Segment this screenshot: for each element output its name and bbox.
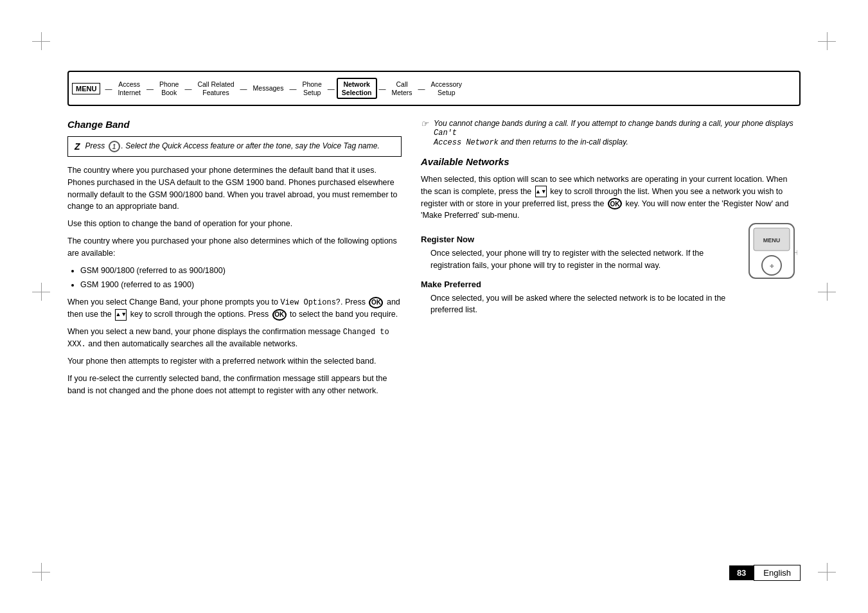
available-networks-intro: When selected, this option will scan to …: [421, 173, 801, 222]
nav-arrow-6: —: [328, 85, 335, 93]
right-column: ☞ You cannot change bands during a call.…: [421, 119, 801, 542]
svg-text:MENU: MENU: [763, 237, 781, 244]
nav-item-access-internet[interactable]: AccessInternet: [114, 79, 145, 98]
page-number: 83: [729, 565, 754, 580]
bullet-1: GSM 900/1800 (referred to as 900/1800): [80, 264, 402, 277]
band-options-list: GSM 900/1800 (referred to as 900/1800) G…: [80, 264, 402, 291]
available-networks-title: Available Networks: [421, 156, 801, 167]
nav-item-call-meters[interactable]: CallMeters: [388, 79, 416, 98]
nav-arrow-3: —: [184, 85, 191, 93]
crosshair-bottom-left: [32, 563, 50, 581]
warning-note: ☞ You cannot change bands during a call.…: [421, 119, 801, 147]
nav-item-phone-setup[interactable]: PhoneSetup: [298, 79, 325, 98]
mono-2: Changed to XXX.: [67, 328, 389, 349]
nav-arrow-8: —: [418, 85, 425, 93]
register-now-title: Register Now: [421, 235, 733, 244]
main-content: Change Band Z Press 1. Select the Quick …: [67, 119, 801, 542]
scroll-key-1: ▲▼: [115, 309, 127, 321]
nav-item-messages[interactable]: Messages: [249, 83, 288, 94]
para-3: The country where you purchased your pho…: [67, 235, 402, 260]
crosshair-top-left: [32, 32, 50, 50]
nav-arrow-1: —: [105, 85, 112, 93]
crosshair-bottom-right: [818, 563, 836, 581]
nav-bar: MENU — AccessInternet — PhoneBook — Call…: [67, 71, 801, 106]
cant-access-mono: Can'tAccess Network: [434, 129, 499, 147]
para-5: When you select a new band, your phone d…: [67, 326, 402, 350]
nav-item-phone-book[interactable]: PhoneBook: [155, 79, 182, 98]
bullet-2: GSM 1900 (referred to as 1900): [80, 278, 402, 291]
left-column: Change Band Z Press 1. Select the Quick …: [67, 119, 402, 542]
phone-button-illustration: MENU ✛: [746, 220, 801, 315]
crosshair-mid-left: [32, 283, 50, 301]
language-label: English: [754, 565, 801, 581]
scroll-key-2: ▲▼: [535, 186, 547, 197]
crosshair-top-right: [818, 32, 836, 50]
para-6: Your phone then attempts to register wit…: [67, 355, 402, 368]
para-2: Use this option to change the band of op…: [67, 218, 402, 230]
nav-arrow-5: —: [289, 85, 296, 93]
press-number-icon: 1: [109, 141, 120, 152]
nav-arrow-4: —: [240, 85, 247, 93]
register-now-text: Once selected, your phone will try to re…: [430, 247, 733, 272]
nav-item-call-related[interactable]: Call RelatedFeatures: [193, 79, 238, 98]
mono-1: View Options?: [280, 298, 341, 307]
ok-btn-3: OK: [608, 198, 622, 209]
menu-label: MENU: [72, 83, 100, 94]
warning-icon: ☞: [421, 119, 429, 129]
nav-container: MENU — AccessInternet — PhoneBook — Call…: [67, 71, 801, 106]
warning-text: You cannot change bands during a call. I…: [434, 119, 801, 147]
make-preferred-title: Make Preferred: [421, 280, 733, 289]
change-band-note: Z Press 1. Select the Quick Access featu…: [67, 136, 402, 157]
register-make-preferred-content: Register Now Once selected, your phone w…: [421, 227, 733, 321]
ok-btn-2: OK: [272, 309, 287, 321]
phone-svg: MENU ✛: [746, 220, 797, 281]
note-text: Press 1. Select the Quick Access feature…: [85, 141, 380, 152]
nav-arrow-7: —: [379, 85, 386, 93]
para-7: If you re-select the currently selected …: [67, 373, 402, 397]
para-1: The country where you purchased your pho…: [67, 164, 402, 213]
ok-btn-1: OK: [369, 297, 383, 308]
para-4: When you select Change Band, your phone …: [67, 296, 402, 321]
page: MENU — AccessInternet — PhoneBook — Call…: [0, 0, 868, 613]
nav-arrow-2: —: [146, 85, 154, 93]
nav-item-accessory-setup[interactable]: AccessorySetup: [427, 79, 466, 98]
page-footer: 83 English: [729, 565, 801, 581]
change-band-title: Change Band: [67, 119, 402, 130]
crosshair-mid-right: [818, 283, 836, 301]
svg-text:✛: ✛: [770, 263, 774, 269]
nav-item-network-selection[interactable]: NetworkSelection: [337, 78, 377, 99]
note-icon: Z: [75, 141, 80, 152]
make-preferred-text: Once selected, you will be asked where t…: [430, 292, 733, 317]
